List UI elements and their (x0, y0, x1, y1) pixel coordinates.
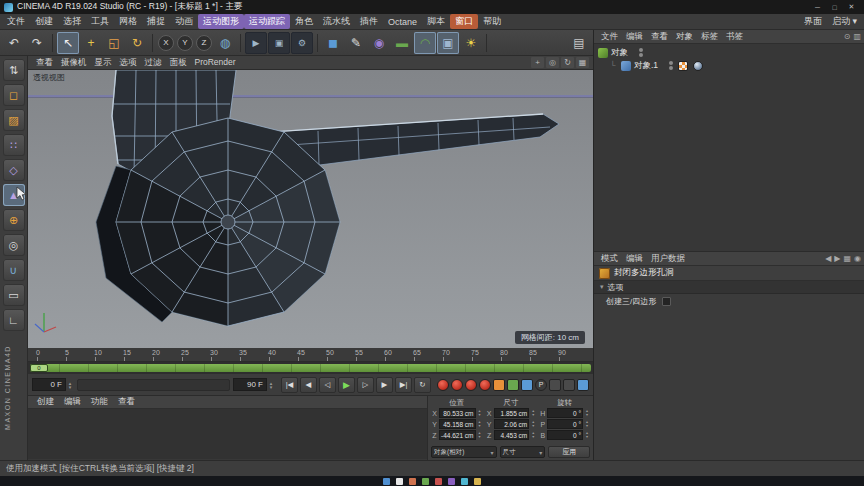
menu-snap[interactable]: 捕捉 (142, 14, 170, 29)
minimize-button[interactable]: ─ (809, 1, 826, 13)
taskbar-app-icon-4[interactable] (435, 478, 442, 485)
lock-workplane-button[interactable]: ∟ (3, 309, 25, 331)
make-editable-button[interactable]: ⇅ (3, 59, 25, 81)
menu-create[interactable]: 创建 (30, 14, 58, 29)
keyframe-selection-toggle[interactable] (563, 379, 575, 391)
timeline-ruler[interactable]: 051015202530354045505560657075808590 (28, 348, 593, 362)
object-row-0[interactable]: 对象 (594, 46, 864, 59)
coordinate-value-field[interactable]: 45.158 cm (439, 419, 476, 429)
keyframe-filter-rotation[interactable] (521, 379, 533, 391)
taskbar-app-icon-2[interactable] (409, 478, 416, 485)
viewport-menu-panel[interactable]: 面板 (166, 57, 191, 69)
coordinate-value-field[interactable]: 80.533 cm (439, 408, 476, 418)
record-position-toggle[interactable] (451, 379, 463, 391)
close-button[interactable]: ✕ (843, 1, 860, 13)
menu-script[interactable]: 脚本 (422, 14, 450, 29)
object-manager-menu-edit[interactable]: 编辑 (622, 31, 647, 43)
end-frame-stepper[interactable] (267, 378, 275, 391)
apply-button[interactable]: 应用 (548, 446, 590, 458)
value-stepper[interactable] (584, 408, 590, 418)
coordinate-value-field[interactable]: 0 ° (547, 430, 583, 440)
menu-help[interactable]: 帮助 (478, 14, 506, 29)
visibility-dot-editor[interactable] (669, 61, 673, 65)
value-stepper[interactable] (584, 419, 590, 429)
menu-motion-tracker[interactable]: 运动跟踪 (244, 14, 290, 29)
value-stepper[interactable] (530, 408, 536, 418)
taskbar-app-icon-1[interactable] (396, 478, 403, 485)
attribute-menu-edit[interactable]: 编辑 (622, 253, 647, 265)
filter-icon[interactable]: ▥ (853, 32, 861, 41)
phong-tag[interactable] (693, 61, 703, 71)
material-menu-edit[interactable]: 编辑 (59, 396, 86, 408)
material-list-area[interactable] (28, 409, 427, 459)
render-picture-viewer-button[interactable]: ▣ (268, 32, 290, 54)
value-stepper[interactable] (584, 430, 590, 440)
taskbar-app-icon-0[interactable] (383, 478, 390, 485)
viewport-menu-options[interactable]: 选项 (116, 57, 141, 69)
menu-plugins[interactable]: 插件 (355, 14, 383, 29)
points-mode-button[interactable]: ∷ (3, 134, 25, 156)
camera-button[interactable]: ▣ (437, 32, 459, 54)
attribute-menu-mode[interactable]: 模式 (597, 253, 622, 265)
render-view-button[interactable]: ▶ (245, 32, 267, 54)
current-frame-handle[interactable]: 0 (30, 364, 48, 372)
menu-octane[interactable]: Octane (383, 16, 422, 28)
value-stepper[interactable] (477, 430, 483, 440)
timeline-powerslider[interactable]: 0 (28, 362, 593, 374)
texture-mode-button[interactable]: ▨ (3, 109, 25, 131)
pan-view-icon[interactable]: + (531, 57, 544, 68)
menu-mesh[interactable]: 网格 (114, 14, 142, 29)
viewport-solo-button[interactable]: ◎ (3, 234, 25, 256)
attribute-menu-user-data[interactable]: 用户数据 (647, 253, 689, 265)
redo-button[interactable]: ↷ (26, 32, 48, 54)
autokey-toggle[interactable] (549, 379, 561, 391)
workplane-mode-button[interactable]: ▭ (3, 284, 25, 306)
render-settings-button[interactable]: ⚙ (291, 32, 313, 54)
coordinate-value-field[interactable]: 0 ° (547, 408, 583, 418)
spline-pen-button[interactable]: ✎ (345, 32, 367, 54)
viewport-menu-prorender[interactable]: ProRender (191, 57, 240, 69)
menu-pipeline[interactable]: 流水线 (318, 14, 355, 29)
start-frame-stepper[interactable] (66, 378, 74, 391)
timeline-scrollbar[interactable] (77, 379, 230, 391)
material-menu-view[interactable]: 查看 (113, 396, 140, 408)
value-stepper[interactable] (477, 408, 483, 418)
goto-end-button[interactable]: ▶| (395, 377, 412, 393)
lock-icon[interactable]: ◉ (854, 254, 861, 263)
menu-window[interactable]: 窗口 (450, 14, 478, 29)
coordinate-value-field[interactable]: -44.621 cm (439, 430, 476, 440)
viewport-menu-cameras[interactable]: 摄像机 (57, 57, 91, 69)
record-scale-toggle[interactable] (465, 379, 477, 391)
record-keyframe-button[interactable] (437, 379, 449, 391)
taskbar-app-icon-3[interactable] (422, 478, 429, 485)
edges-mode-button[interactable]: ◇ (3, 159, 25, 181)
next-frame-button[interactable]: ▷ (357, 377, 374, 393)
keyframe-filter-parameter[interactable]: P (535, 379, 547, 391)
z-axis-lock-button[interactable]: Z (196, 35, 212, 51)
keyframe-filter-scale[interactable] (507, 379, 519, 391)
previous-key-button[interactable]: ◀ (300, 377, 317, 393)
zoom-view-icon[interactable]: ◎ (546, 57, 559, 68)
texture-tag[interactable] (678, 61, 688, 71)
viewport-3d[interactable]: 透视视图 网格间距: 10 cm (28, 70, 593, 348)
material-menu-create[interactable]: 创建 (32, 396, 59, 408)
menu-mograph[interactable]: 运动图形 (198, 14, 244, 29)
taskbar-app-icon-7[interactable] (474, 478, 481, 485)
taskbar-app-icon-5[interactable] (448, 478, 455, 485)
snap-magnet-toggle[interactable] (577, 379, 589, 391)
menu-startup[interactable]: 启动 ▾ (827, 14, 862, 29)
value-stepper[interactable] (530, 430, 536, 440)
live-selection-tool[interactable]: ↖ (57, 32, 79, 54)
rotate-view-icon[interactable]: ↻ (561, 57, 574, 68)
loop-mode-button[interactable]: ↻ (414, 377, 431, 393)
menu-character[interactable]: 角色 (290, 14, 318, 29)
coordinate-system-toggle[interactable]: ◍ (214, 32, 236, 54)
end-frame-field[interactable]: 90 F (233, 378, 267, 391)
y-axis-lock-button[interactable]: Y (177, 35, 193, 51)
subdivision-surface-button[interactable]: ◉ (368, 32, 390, 54)
size-mode-select[interactable]: 尺寸 (500, 446, 546, 458)
light-button[interactable]: ☀ (460, 32, 482, 54)
menu-tools[interactable]: 工具 (86, 14, 114, 29)
object-manager-menu-tags[interactable]: 标签 (697, 31, 722, 43)
value-stepper[interactable] (477, 419, 483, 429)
